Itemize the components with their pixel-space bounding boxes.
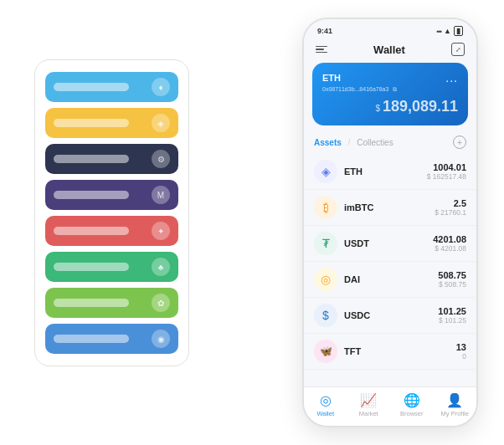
phone-frame: 9:41 ▪▪▪ ▲ ▮ Wallet ⤢ ETH bbox=[302, 18, 478, 427]
card-bar bbox=[54, 263, 129, 271]
eth-address: 0x08711d3b...8416a78a3 ⧉ bbox=[322, 86, 458, 93]
asset-item[interactable]: ₿ imBTC 2.5 $ 21760.1 bbox=[304, 190, 476, 226]
asset-amounts: 508.75 $ 508.75 bbox=[438, 270, 466, 289]
card-bar bbox=[54, 119, 129, 127]
card-bar bbox=[54, 155, 129, 163]
bottom-nav: ◎ Wallet 📈 Market 🌐 Browser 👤 My Profile bbox=[304, 386, 476, 426]
card-item[interactable]: ✦ bbox=[45, 216, 178, 246]
asset-icon: ◎ bbox=[314, 268, 337, 291]
asset-amount-main: 508.75 bbox=[438, 270, 466, 280]
signal-icon: ▪▪▪ bbox=[437, 28, 442, 35]
asset-amount-usd: $ 4201.08 bbox=[433, 244, 466, 253]
eth-card-header: ETH ... bbox=[322, 71, 458, 84]
eth-balance-label: $ 189,089.11 bbox=[322, 98, 458, 115]
nav-icon: 🌐 bbox=[404, 392, 420, 408]
asset-item[interactable]: ◈ ETH 1004.01 $ 162517.48 bbox=[304, 154, 476, 190]
add-asset-button[interactable]: + bbox=[453, 136, 466, 149]
asset-icon: $ bbox=[314, 304, 337, 327]
hamburger-line-2 bbox=[316, 49, 324, 50]
card-item[interactable]: ⚙ bbox=[45, 144, 178, 174]
nav-item-browser[interactable]: 🌐 Browser bbox=[390, 392, 434, 417]
phone-header: Wallet ⤢ bbox=[304, 39, 476, 63]
nav-icon: 👤 bbox=[446, 392, 463, 408]
hamburger-line-1 bbox=[316, 46, 327, 48]
eth-card-dots[interactable]: ... bbox=[445, 71, 458, 84]
nav-label: My Profile bbox=[441, 410, 469, 417]
asset-amount-main: 13 bbox=[456, 342, 466, 352]
asset-name: imBTC bbox=[344, 202, 435, 212]
asset-item[interactable]: ◎ DAI 508.75 $ 508.75 bbox=[304, 262, 476, 298]
asset-item[interactable]: $ USDC 101.25 $ 101.25 bbox=[304, 298, 476, 334]
asset-amounts: 2.5 $ 21760.1 bbox=[435, 198, 466, 217]
expand-icon[interactable]: ⤢ bbox=[451, 43, 465, 56]
card-item[interactable]: ◉ bbox=[45, 324, 178, 354]
card-item[interactable]: M bbox=[45, 180, 178, 210]
asset-name: USDC bbox=[344, 310, 438, 320]
battery-icon: ▮ bbox=[454, 26, 463, 36]
asset-amount-usd: $ 162517.48 bbox=[427, 172, 466, 181]
card-item[interactable]: ♦ bbox=[45, 72, 178, 102]
card-icon: M bbox=[152, 186, 170, 204]
status-bar: 9:41 ▪▪▪ ▲ ▮ bbox=[304, 19, 476, 39]
assets-tabs: Assets / Collecties bbox=[314, 138, 393, 147]
nav-item-wallet[interactable]: ◎ Wallet bbox=[304, 392, 347, 417]
asset-amount-main: 2.5 bbox=[435, 198, 466, 208]
asset-amount-main: 4201.08 bbox=[433, 234, 466, 244]
card-item[interactable]: ✿ bbox=[45, 288, 178, 318]
scene: ♦ ◈ ⚙ M ✦ ♣ ✿ ◉ 9:41 ▪▪▪ ▲ ▮ bbox=[9, 9, 495, 436]
card-icon: ◈ bbox=[152, 114, 170, 132]
card-icon: ✿ bbox=[152, 294, 170, 312]
asset-name: USDT bbox=[344, 238, 433, 248]
assets-header: Assets / Collecties + bbox=[304, 132, 476, 154]
asset-amount-usd: $ 101.25 bbox=[438, 316, 466, 325]
copy-icon[interactable]: ⧉ bbox=[393, 86, 397, 92]
card-bar bbox=[54, 227, 129, 235]
wifi-icon: ▲ bbox=[444, 27, 451, 35]
status-icons: ▪▪▪ ▲ ▮ bbox=[437, 26, 463, 36]
card-bar bbox=[54, 299, 129, 307]
nav-label: Market bbox=[359, 410, 378, 417]
asset-amounts: 13 0 bbox=[456, 342, 466, 361]
card-icon: ♦ bbox=[152, 78, 170, 96]
asset-amount-main: 1004.01 bbox=[427, 162, 466, 172]
asset-name: ETH bbox=[344, 166, 427, 176]
asset-name: TFT bbox=[344, 346, 456, 356]
tab-divider: / bbox=[348, 138, 351, 146]
time-display: 9:41 bbox=[317, 27, 332, 35]
card-icon: ✦ bbox=[152, 222, 170, 240]
asset-icon: 🦋 bbox=[314, 340, 337, 363]
asset-name: DAI bbox=[344, 274, 438, 284]
nav-icon: 📈 bbox=[360, 392, 377, 408]
card-icon: ⚙ bbox=[152, 150, 170, 168]
asset-amounts: 1004.01 $ 162517.48 bbox=[427, 162, 466, 181]
tab-collecties[interactable]: Collecties bbox=[357, 138, 393, 147]
card-icon: ◉ bbox=[152, 330, 170, 348]
card-bar bbox=[54, 191, 129, 199]
card-bar bbox=[54, 335, 129, 343]
menu-icon[interactable] bbox=[316, 46, 327, 54]
nav-label: Browser bbox=[400, 410, 424, 417]
page-title: Wallet bbox=[373, 43, 405, 56]
hamburger-line-3 bbox=[316, 52, 327, 54]
asset-item[interactable]: 🦋 TFT 13 0 bbox=[304, 334, 476, 370]
card-stack: ♦ ◈ ⚙ M ✦ ♣ ✿ ◉ bbox=[34, 59, 189, 366]
asset-list: ◈ ETH 1004.01 $ 162517.48 ₿ imBTC 2.5 $ … bbox=[304, 154, 476, 386]
card-bar bbox=[54, 83, 129, 91]
asset-icon: ₿ bbox=[314, 196, 337, 219]
eth-card[interactable]: ETH ... 0x08711d3b...8416a78a3 ⧉ $ 189,0… bbox=[312, 63, 468, 125]
asset-amount-main: 101.25 bbox=[438, 306, 466, 316]
nav-item-my-profile[interactable]: 👤 My Profile bbox=[434, 392, 477, 417]
asset-item[interactable]: ₮ USDT 4201.08 $ 4201.08 bbox=[304, 226, 476, 262]
asset-amounts: 101.25 $ 101.25 bbox=[438, 306, 466, 325]
eth-card-name: ETH bbox=[322, 73, 341, 83]
phone-body: ETH ... 0x08711d3b...8416a78a3 ⧉ $ 189,0… bbox=[304, 63, 476, 386]
asset-icon: ◈ bbox=[314, 160, 337, 183]
card-item[interactable]: ♣ bbox=[45, 252, 178, 282]
asset-amount-usd: $ 508.75 bbox=[438, 280, 466, 289]
tab-assets[interactable]: Assets bbox=[314, 138, 342, 147]
asset-amount-usd: $ 21760.1 bbox=[435, 208, 466, 217]
asset-amount-usd: 0 bbox=[456, 352, 466, 361]
card-icon: ♣ bbox=[152, 258, 170, 276]
nav-item-market[interactable]: 📈 Market bbox=[347, 392, 391, 417]
card-item[interactable]: ◈ bbox=[45, 108, 178, 138]
